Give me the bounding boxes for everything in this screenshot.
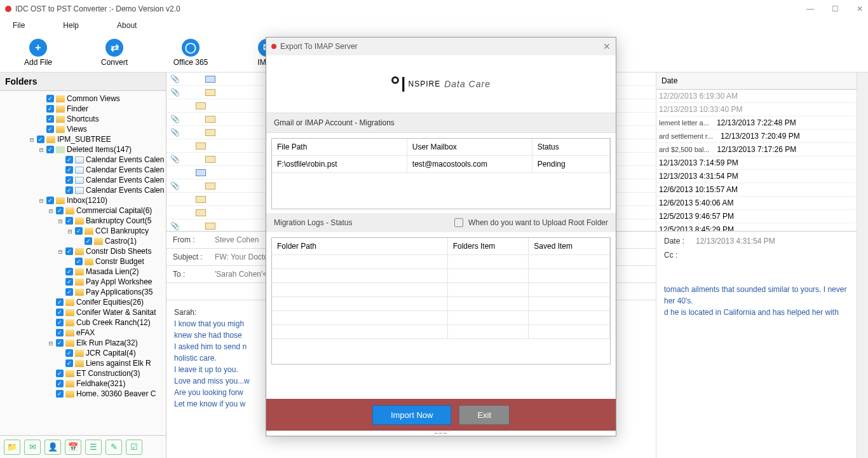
date-row[interactable]: ard $2,500 bal...12/13/2013 7:17:26 PM — [656, 143, 857, 156]
tree-node[interactable]: ✓Home. 30360 Beaver C — [0, 389, 166, 399]
tree-node[interactable]: ✓Shortcuts — [0, 114, 166, 124]
date-row[interactable]: 12/13/2013 10:33:40 PM — [656, 103, 857, 116]
upload-root-checkbox[interactable] — [454, 218, 463, 227]
envelope-icon — [205, 89, 215, 96]
bb-calendar-icon[interactable]: 📅 — [65, 440, 81, 455]
bb-note-icon[interactable]: ✎ — [105, 440, 122, 455]
envelope-icon — [196, 196, 206, 203]
subject-label: Subject : — [173, 253, 208, 261]
tree-node[interactable]: ✓Calendar Events Calen — [0, 185, 166, 195]
maximize-button[interactable]: ☐ — [832, 4, 839, 13]
logs-grid: Folder Path Folders Item Saved Item — [271, 237, 611, 364]
attachment-icon: 📎 — [170, 74, 180, 83]
tree-node[interactable]: ⊟✓Constr Disb Sheets — [0, 246, 166, 256]
tree-node[interactable]: ✓Masada Lien(2) — [0, 267, 166, 277]
col-usermailbox: User Mailbox — [407, 139, 532, 156]
logo: INSPIREData Care — [266, 55, 616, 113]
plus-icon: + — [29, 39, 47, 57]
meta-date-value: 12/13/2013 4:31:54 PM — [696, 237, 775, 246]
col-status: Status — [532, 139, 610, 156]
date-row[interactable]: 12/6/2013 10:15:57 AM — [656, 183, 857, 197]
right-panel: Date 12/20/2013 6:19:30 AM 12/13/2013 10… — [656, 73, 857, 458]
bb-mail-icon[interactable]: ✉ — [24, 440, 41, 455]
envelope-icon — [205, 116, 215, 123]
val-filepath: F:\ostfile\robin.pst — [272, 156, 407, 173]
tree-node[interactable]: ✓Pay Applications(35 — [0, 287, 166, 297]
envelope-icon — [205, 223, 215, 230]
subject-value: FW: Your Doctor — [215, 253, 271, 261]
menu-help[interactable]: Help — [63, 21, 79, 30]
envelope-icon — [205, 183, 215, 190]
tree-node[interactable]: ✓Calendar Events Calen — [0, 165, 166, 175]
attachment-icon: 📎 — [170, 114, 180, 123]
val-usermailbox: test@macostools.com — [407, 156, 532, 173]
dialog-title: Export To IMAP Server — [280, 42, 358, 51]
tree-node[interactable]: ✓Conifer Water & Sanitat — [0, 307, 166, 317]
tree-node[interactable]: ✓Cub Creek Ranch(12) — [0, 317, 166, 328]
menu-file[interactable]: File — [13, 21, 25, 30]
tree-node[interactable]: ✓Common Views — [0, 94, 166, 104]
envelope-icon — [196, 142, 206, 149]
folder-toolbar: 📁 ✉ 👤 📅 ☰ ✎ ☑ — [0, 435, 166, 458]
bb-folder-icon[interactable]: 📁 — [4, 440, 20, 455]
tree-node[interactable]: ✓Conifer Equities(26) — [0, 297, 166, 307]
envelope-icon — [196, 102, 206, 109]
tree-node[interactable]: ✓Constr Budget — [0, 256, 166, 267]
mail-body-right: tomach ailments that sounded similar to … — [656, 265, 857, 324]
date-list[interactable]: Date 12/20/2013 6:19:30 AM 12/13/2013 10… — [656, 73, 857, 232]
tree-node[interactable]: ⊟✓Inbox(1210) — [0, 195, 166, 205]
convert-button[interactable]: ⇄Convert — [89, 39, 140, 67]
tree-node[interactable]: ⊟✓CCI Bankruptcy — [0, 226, 166, 236]
minimize-button[interactable]: — — [806, 4, 814, 13]
attachment-icon: 📎 — [170, 221, 180, 230]
envelope-icon — [205, 76, 215, 83]
add-file-button[interactable]: +Add File — [13, 39, 64, 67]
date-row[interactable]: 12/20/2013 6:19:30 AM — [656, 90, 857, 103]
bb-list-icon[interactable]: ☰ — [85, 440, 102, 455]
office365-button[interactable]: ◯Office 365 — [165, 39, 216, 67]
tree-node[interactable]: ✓Pay Appl Workshee — [0, 277, 166, 287]
convert-icon: ⇄ — [105, 39, 123, 57]
date-row[interactable]: 12/5/2013 9:46:57 PM — [656, 210, 857, 223]
date-row[interactable]: lement letter a...12/13/2013 7:22:48 PM — [656, 116, 857, 130]
date-row[interactable]: 12/13/2013 7:14:59 PM — [656, 156, 857, 170]
scrollbar[interactable] — [857, 73, 868, 458]
resize-grip[interactable]: ━━━ — [266, 431, 616, 436]
date-row[interactable]: 12/6/2013 5:40:06 AM — [656, 197, 857, 210]
from-value: Steve Cohen — [215, 235, 259, 244]
tree-node[interactable]: ✓ET Construction(3) — [0, 368, 166, 378]
import-now-button[interactable]: Import Now — [372, 405, 451, 425]
folders-panel: Folders ✓Common Views✓Finder✓Shortcuts✓V… — [0, 73, 166, 458]
tree-node[interactable]: ✓Castro(1) — [0, 236, 166, 246]
tree-node[interactable]: ✓Calendar Events Calen — [0, 175, 166, 185]
tree-node[interactable]: ✓eFAX — [0, 328, 166, 338]
tree-node[interactable]: ✓Feldhake(321) — [0, 378, 166, 389]
meta-date-label: Date : — [664, 237, 689, 246]
app-icon — [5, 6, 11, 12]
to-label: To : — [173, 270, 208, 279]
tree-node[interactable]: ✓Views — [0, 124, 166, 134]
dialog-heading: Gmail or IMAP Account - Migrations — [266, 113, 616, 133]
tree-node[interactable]: ⊟✓Bankruptcy Court(5 — [0, 216, 166, 226]
menu-about[interactable]: About — [117, 21, 137, 30]
tree-node[interactable]: ⊟✓Commercial Capital(6) — [0, 205, 166, 216]
tree-node[interactable]: ✓Calendar Events Calen — [0, 155, 166, 165]
tree-node[interactable]: ✓Finder — [0, 104, 166, 114]
dialog-close-icon[interactable]: ✕ — [603, 41, 611, 52]
logs-row: Migration Logs - Status When do you want… — [266, 213, 616, 232]
tree-node[interactable]: ⊟✓IPM_SUBTREE — [0, 134, 166, 144]
date-row[interactable]: 12/5/2013 8:45:29 PM — [656, 223, 857, 232]
attachment-icon: 📎 — [170, 181, 180, 190]
date-header: Date — [656, 73, 857, 90]
folder-tree[interactable]: ✓Common Views✓Finder✓Shortcuts✓Views⊟✓IP… — [0, 91, 166, 435]
date-row[interactable]: ard settlement r...12/13/2013 7:20:49 PM — [656, 130, 857, 143]
date-row-selected[interactable]: 12/13/2013 4:31:54 PM — [656, 170, 857, 183]
bb-contact-icon[interactable]: 👤 — [44, 440, 61, 455]
exit-button[interactable]: Exit — [459, 405, 510, 425]
tree-node[interactable]: ⊟✓Deleted Items(147) — [0, 144, 166, 155]
close-button[interactable]: ✕ — [857, 4, 863, 13]
tree-node[interactable]: ✓JCR Capital(4) — [0, 348, 166, 358]
bb-task-icon[interactable]: ☑ — [126, 440, 142, 455]
tree-node[interactable]: ⊟✓Elk Run Plaza(32) — [0, 338, 166, 348]
tree-node[interactable]: ✓Liens against Elk R — [0, 358, 166, 368]
